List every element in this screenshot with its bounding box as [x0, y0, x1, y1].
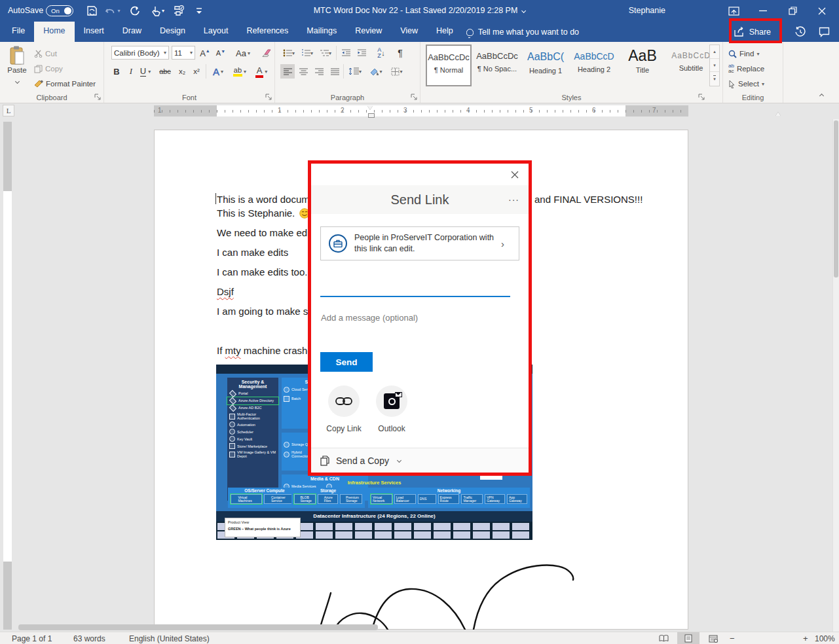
grow-font-button[interactable]: A▲	[198, 46, 212, 60]
show-formatting-button[interactable]: ¶	[393, 46, 407, 60]
zoom-out-button[interactable]: −	[730, 634, 735, 643]
send-a-copy-button[interactable]: Send a Copy	[311, 448, 529, 473]
doc-line-6[interactable]: Dsjf	[217, 286, 234, 297]
align-center-button[interactable]	[296, 64, 310, 79]
style-title[interactable]: AaB Title	[620, 45, 665, 86]
style-normal[interactable]: AaBbCcDc ¶ Normal	[426, 45, 472, 86]
read-mode-button[interactable]	[652, 632, 675, 644]
clipboard-dialog-launcher[interactable]	[94, 94, 102, 101]
tab-home[interactable]: Home	[34, 22, 74, 42]
style-subtitle[interactable]: AaBbCcD Subtitle	[668, 45, 714, 86]
superscript-button[interactable]: x²	[189, 64, 204, 79]
style-no-spacing[interactable]: AaBbCcDc ¶ No Spac...	[474, 45, 520, 86]
print-preview-button[interactable]	[170, 3, 186, 18]
web-layout-button[interactable]	[702, 632, 724, 644]
left-indent-marker[interactable]	[367, 106, 373, 116]
shading-button[interactable]: ▾	[367, 64, 385, 79]
tab-layout[interactable]: Layout	[195, 22, 238, 42]
line-spacing-button[interactable]: ▾	[346, 64, 364, 79]
vertical-scrollbar-thumb[interactable]	[834, 120, 838, 277]
undo-dropdown[interactable]: ▾	[117, 8, 120, 14]
doc-line-3[interactable]: We need to make edits	[217, 227, 317, 238]
zoom-in-button[interactable]: +	[803, 634, 808, 643]
send-button[interactable]: Send	[320, 352, 373, 372]
tab-selector[interactable]: L	[3, 105, 14, 116]
text-effects-button[interactable]: A▾	[209, 64, 227, 79]
message-placeholder[interactable]: Add a message (optional)	[321, 313, 418, 323]
decrease-indent-button[interactable]	[339, 46, 353, 60]
language-indicator[interactable]: English (United States)	[129, 634, 210, 643]
styles-scroll-up[interactable]: ▴	[710, 45, 719, 58]
touch-mode-button[interactable]: ▾	[147, 3, 169, 18]
tab-review[interactable]: Review	[346, 22, 391, 42]
comments-button[interactable]	[812, 22, 836, 42]
align-left-button[interactable]	[280, 64, 295, 79]
styles-dialog-launcher[interactable]	[698, 94, 705, 101]
subscript-button[interactable]: x₂	[175, 64, 189, 79]
paragraph-dialog-launcher[interactable]	[411, 94, 418, 101]
increase-indent-button[interactable]	[354, 46, 369, 60]
horizontal-ruler[interactable]: 1 1 2 3 4 5 6 7	[154, 105, 688, 116]
paste-dropdown-icon[interactable]	[14, 79, 19, 84]
replace-button[interactable]: abac Replace	[728, 62, 764, 76]
styles-scroll-down[interactable]: ▾	[710, 58, 719, 71]
vertical-ruler[interactable]	[3, 122, 12, 630]
copy-link-button[interactable]	[328, 385, 360, 417]
restore-button[interactable]	[779, 0, 806, 22]
undo-button[interactable]: ▾	[105, 3, 121, 18]
font-dialog-launcher[interactable]	[265, 94, 272, 101]
zoom-percentage[interactable]: 100%	[815, 634, 835, 643]
doc-line-4[interactable]: I can make edits	[217, 247, 288, 258]
user-name[interactable]: Stephanie	[629, 6, 665, 15]
tab-references[interactable]: References	[237, 22, 297, 42]
dialog-more-options[interactable]: ···	[508, 194, 519, 205]
justify-button[interactable]	[327, 64, 342, 79]
select-button[interactable]: Select▾	[728, 77, 764, 91]
tab-mailings[interactable]: Mailings	[297, 22, 346, 42]
word-count[interactable]: 63 words	[73, 634, 105, 643]
strikethrough-button[interactable]: abc	[158, 64, 172, 79]
sort-button[interactable]: AZ ↓	[373, 46, 390, 60]
ink-scribble-drawing[interactable]	[282, 550, 655, 630]
font-color-button[interactable]: A▾	[252, 64, 270, 79]
autosave-toggle[interactable]: On	[46, 5, 73, 16]
activity-button[interactable]	[788, 22, 812, 42]
italic-button[interactable]: I	[124, 64, 138, 79]
outlook-button[interactable]	[376, 385, 407, 417]
recipient-input[interactable]	[320, 280, 510, 297]
tab-file[interactable]: File	[3, 22, 34, 42]
tab-help[interactable]: Help	[427, 22, 462, 42]
collapse-ribbon-button[interactable]	[820, 90, 823, 99]
bold-button[interactable]: B	[109, 64, 124, 79]
doc-line-7[interactable]: I am going to make som	[217, 306, 322, 317]
doc-line-5[interactable]: I can make edits too. Su	[217, 266, 322, 277]
multilevel-list-button[interactable]: ▾	[317, 46, 334, 60]
format-painter-button[interactable]: Format Painter	[34, 77, 96, 91]
close-button[interactable]	[809, 0, 835, 22]
styles-more-button[interactable]: ▾	[710, 71, 719, 85]
numbering-button[interactable]: ▾	[299, 46, 316, 60]
doc-line-1-right[interactable]: and FINAL VERSIONS!!!	[534, 194, 643, 205]
doc-line-1[interactable]: This is a word documen	[217, 194, 320, 205]
doc-line-2[interactable]: This is Stephanie.	[217, 207, 310, 219]
tell-me-box[interactable]: Tell me what you want to do	[462, 23, 586, 42]
find-button[interactable]: Find▾	[728, 46, 759, 61]
page-indicator[interactable]: Page 1 of 1	[12, 634, 52, 643]
right-indent-marker[interactable]	[775, 109, 781, 116]
print-layout-button[interactable]	[677, 632, 699, 644]
bullets-button[interactable]: ▾	[280, 46, 297, 60]
doc-line-8[interactable]: If mty machine crashes	[217, 345, 318, 356]
borders-button[interactable]: ▾	[388, 64, 406, 79]
touch-mode-dropdown[interactable]: ▾	[162, 8, 164, 14]
tab-design[interactable]: Design	[151, 22, 195, 42]
share-button[interactable]: Share	[728, 22, 777, 42]
tab-draw[interactable]: Draw	[113, 22, 151, 42]
paste-button[interactable]: Paste	[5, 46, 29, 85]
align-right-button[interactable]	[312, 64, 326, 79]
minimize-button[interactable]	[750, 0, 776, 22]
title-dropdown-icon[interactable]	[521, 8, 526, 12]
style-heading1[interactable]: AaBbC( Heading 1	[523, 45, 569, 86]
clear-formatting-button[interactable]	[259, 46, 274, 60]
font-size-combo[interactable]: 11▾	[172, 46, 195, 60]
save-button[interactable]	[84, 3, 100, 18]
